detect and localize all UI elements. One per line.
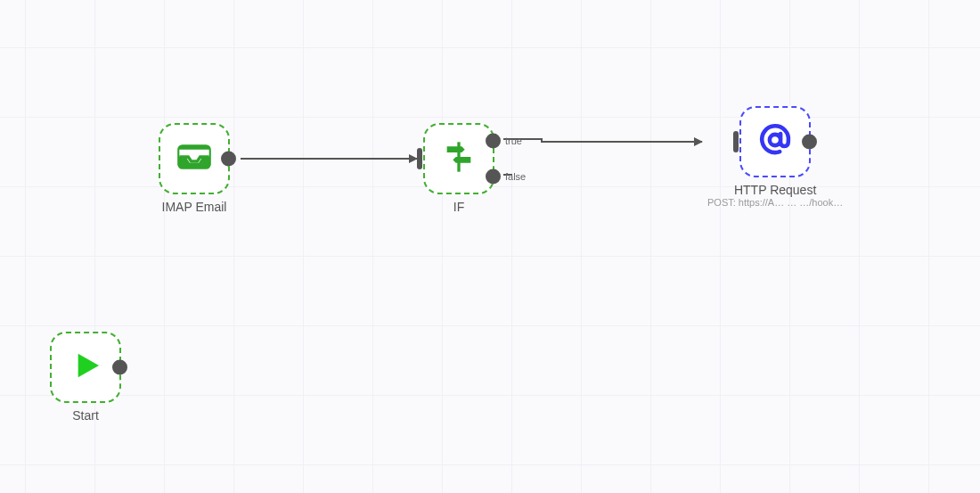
workflow-canvas[interactable]: IMAP Email true false IF <box>0 0 980 493</box>
svg-marker-1 <box>694 137 703 146</box>
node-start[interactable]: Start <box>50 332 121 423</box>
play-icon <box>68 348 103 387</box>
node-title: IMAP Email <box>162 200 227 214</box>
port-input[interactable] <box>417 148 422 169</box>
node-imap-email[interactable]: IMAP Email <box>159 123 230 214</box>
port-output[interactable] <box>221 152 236 167</box>
port-input[interactable] <box>733 131 739 152</box>
signpost-icon <box>441 139 477 178</box>
port-label-false: false <box>505 171 526 182</box>
port-label-true: true <box>505 136 522 146</box>
node-title: Start <box>72 408 99 423</box>
edge-layer <box>0 0 980 493</box>
node-title: HTTP Request <box>734 183 816 197</box>
node-if[interactable]: true false IF <box>423 123 494 214</box>
node-title: IF <box>453 200 464 214</box>
port-output[interactable] <box>802 135 817 150</box>
edge-if-true-to-http <box>503 139 702 142</box>
port-output[interactable] <box>112 360 127 375</box>
at-icon <box>756 121 794 162</box>
node-http-request[interactable]: HTTP Request POST: https://A… … …/hook… <box>707 106 843 208</box>
port-output-true[interactable] <box>486 134 501 149</box>
node-subtitle: POST: https://A… … …/hook… <box>707 197 843 208</box>
tray-icon <box>176 139 212 178</box>
port-output-false[interactable] <box>486 169 501 185</box>
